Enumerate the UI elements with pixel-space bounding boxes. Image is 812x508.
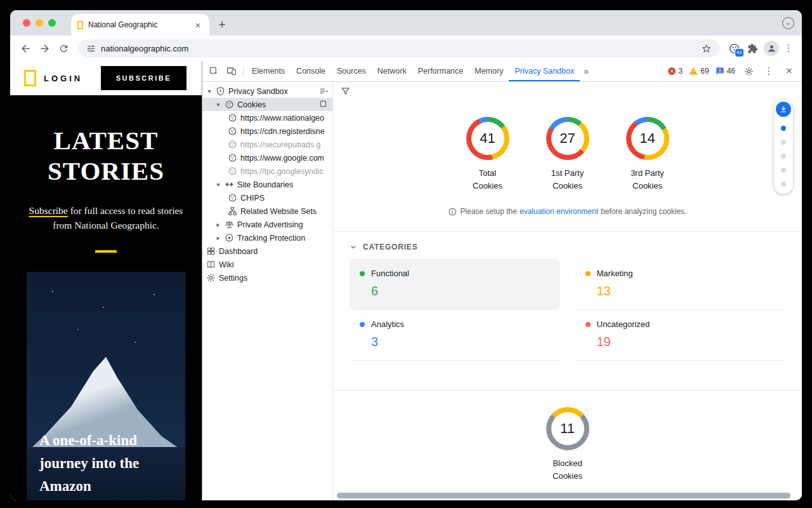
twisty-open-icon[interactable]: ▾ <box>206 88 213 95</box>
categories-title: CATEGORIES <box>363 243 417 251</box>
scroll-dot[interactable] <box>781 168 786 173</box>
devtools-close-button[interactable]: × <box>780 63 798 79</box>
twisty-closed-icon[interactable]: ▸ <box>215 221 221 228</box>
twisty-open-icon[interactable]: ▾ <box>215 181 221 188</box>
forward-button[interactable] <box>36 39 53 57</box>
gear-icon <box>206 273 216 283</box>
inspect-element-button[interactable] <box>205 63 223 79</box>
reload-button[interactable] <box>55 39 72 57</box>
download-report-button[interactable] <box>776 102 791 117</box>
more-tabs-button[interactable]: » <box>580 61 593 81</box>
collapse-sidebar-icon[interactable] <box>319 86 329 96</box>
marketing-dot <box>586 271 591 276</box>
horizontal-scrollbar[interactable] <box>337 493 798 498</box>
site-settings-icon[interactable] <box>86 44 96 53</box>
scroll-dot[interactable] <box>781 182 786 187</box>
zoom-window-button[interactable] <box>48 19 56 27</box>
category-name: Marketing <box>597 269 633 278</box>
first-party-value: 27 <box>560 130 575 147</box>
scrollbar-thumb[interactable] <box>337 493 790 498</box>
tree-item-site-boundaries[interactable]: ▾ Site Boundaries <box>202 178 332 191</box>
devtools-tab-bar: Elements Console Sources Network Perform… <box>202 61 802 82</box>
tree-item-tracking-protection[interactable]: ▸ Tracking Protection <box>202 231 332 244</box>
third-party-label: 3rd PartyCookies <box>611 167 684 192</box>
warning-count: 69 <box>700 67 709 76</box>
tree-item-origin[interactable]: https://www.google.com <box>202 151 332 164</box>
scroll-dot-active[interactable] <box>781 126 786 131</box>
tree-item-privacy-sandbox[interactable]: ▾ Privacy Sandbox <box>202 84 332 98</box>
info-suffix: before analyzing cookies. <box>601 207 686 216</box>
devtools-status-cluster: 3 69 46 ⋮ × <box>665 63 799 79</box>
tab-network[interactable]: Network <box>372 61 412 81</box>
tree-item-cookies[interactable]: ▾ Cookies <box>202 98 332 111</box>
tab-memory[interactable]: Memory <box>469 61 509 81</box>
category-uncategorized[interactable]: Uncategorized 19 <box>575 310 786 361</box>
book-icon <box>206 260 216 269</box>
issues-count: 46 <box>727 67 735 76</box>
evaluation-environment-link[interactable]: evaluation environment <box>520 207 598 216</box>
tree-item-origin[interactable]: https://www.nationalgeo <box>202 111 332 124</box>
browser-tab[interactable]: National Geographic × <box>71 14 209 36</box>
subscribe-button[interactable]: SUBSCRIBE <box>101 66 187 90</box>
tree-item-private-advertising[interactable]: ▸ Private Advertising <box>202 218 332 231</box>
cookie-icon <box>225 100 234 109</box>
new-tab-button[interactable]: + <box>213 16 231 34</box>
tree-label: https://www.nationalgeo <box>240 114 324 123</box>
tree-item-origin[interactable]: https://tpc.googlesyndic <box>202 164 332 178</box>
tree-item-related-website-sets[interactable]: Related Website Sets <box>202 204 332 218</box>
blocked-cookies-donut: 11 <box>546 407 589 450</box>
url-text[interactable]: nationalgeographic.com <box>101 44 696 53</box>
category-analytics[interactable]: Analytics 3 <box>350 310 560 361</box>
category-marketing[interactable]: Marketing 13 <box>575 259 786 310</box>
category-functional[interactable]: Functional 6 <box>350 259 560 310</box>
promo-subscribe-link[interactable]: Subscribe <box>29 205 68 216</box>
tab-strip-chevron-icon[interactable]: ⌄ <box>782 17 794 29</box>
tab-close-icon[interactable]: × <box>193 20 203 30</box>
webpage: LOGIN SUBSCRIBE LATEST STORIES Subscribe… <box>10 61 202 500</box>
tab-elements[interactable]: Elements <box>246 61 291 81</box>
hero-caption[interactable]: A one-of-a-kind journey into the Amazon <box>39 429 166 497</box>
devtools-settings-button[interactable] <box>740 63 757 79</box>
profile-button[interactable] <box>763 39 780 57</box>
devtools-menu-button[interactable]: ⋮ <box>760 63 778 79</box>
tree-item-chips[interactable]: CHIPS <box>202 191 332 204</box>
warning-badge[interactable]: 69 <box>687 67 710 76</box>
privacy-sandbox-icon <box>216 86 225 96</box>
twisty-open-icon[interactable]: ▾ <box>215 101 221 108</box>
issues-badge[interactable]: 46 <box>714 67 737 76</box>
tab-performance[interactable]: Performance <box>412 61 469 81</box>
bookmark-star-icon[interactable] <box>701 43 712 54</box>
tab-privacy-sandbox[interactable]: Privacy Sandbox <box>509 61 580 81</box>
natgeo-logo[interactable] <box>24 70 36 86</box>
extensions-button[interactable] <box>743 39 761 57</box>
scroll-dot[interactable] <box>781 140 786 145</box>
categories-section-header[interactable]: CATEGORIES <box>333 232 802 259</box>
tab-sources[interactable]: Sources <box>331 61 372 81</box>
close-window-button[interactable] <box>23 19 30 27</box>
blocked-cookies-stat: 11 BlockedCookies <box>333 407 802 483</box>
total-cookies-stat: 41 TotalCookies <box>451 117 525 192</box>
address-bar[interactable]: nationalgeographic.com <box>79 39 719 57</box>
tab-console[interactable]: Console <box>291 61 331 81</box>
yellow-divider <box>95 250 117 253</box>
pick-element-icon[interactable] <box>319 100 329 109</box>
scroll-dot[interactable] <box>781 154 786 159</box>
tree-item-origin[interactable]: https://securepubads.g <box>202 138 332 151</box>
error-badge[interactable]: 3 <box>665 67 685 76</box>
tree-item-settings[interactable]: Settings <box>202 271 332 284</box>
category-value: 3 <box>371 335 550 349</box>
minimize-window-button[interactable] <box>36 19 43 27</box>
tree-item-dashboard[interactable]: Dashboard <box>202 244 332 258</box>
device-toolbar-button[interactable] <box>223 63 240 79</box>
twisty-closed-icon[interactable]: ▸ <box>215 234 221 241</box>
hero-image[interactable]: A one-of-a-kind journey into the Amazon <box>27 272 185 500</box>
back-button[interactable] <box>16 39 34 57</box>
cookie-extension-button[interactable]: 41 <box>726 40 742 57</box>
tree-item-wiki[interactable]: Wiki <box>202 258 332 271</box>
tree-item-origin[interactable]: https://cdn.registerdisne <box>202 124 332 138</box>
filter-funnel-icon[interactable] <box>341 86 350 96</box>
browser-menu-button[interactable]: ⋮ <box>782 43 796 54</box>
tab-strip: National Geographic × + ⌄ <box>10 10 802 36</box>
privacy-sandbox-sidebar: ▾ Privacy Sandbox ▾ Cookies https://www.… <box>202 82 333 500</box>
login-link[interactable]: LOGIN <box>44 74 82 83</box>
